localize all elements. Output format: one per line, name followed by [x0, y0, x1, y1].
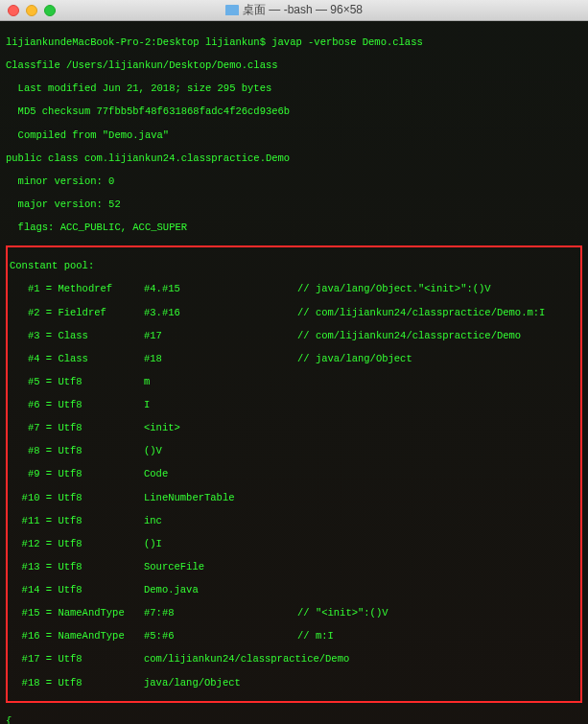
terminal-content[interactable]: lijiankundeMacBook-Pro-2:Desktop lijiank… — [0, 21, 588, 724]
pool-row: #14 = Utf8Demo.java — [10, 584, 578, 596]
pool-idx: #5 = Utf8 — [10, 376, 144, 387]
command-text: javap -verbose Demo.class — [271, 36, 423, 48]
pool-cmt: // com/lijiankun24/classpractice/Demo.m:… — [297, 307, 578, 318]
pool-row: #2 = Fieldref#3.#16// com/lijiankun24/cl… — [10, 307, 578, 318]
pool-idx: #12 = Utf8 — [10, 538, 144, 549]
prompt-line: lijiankundeMacBook-Pro-2:Desktop lijiank… — [6, 36, 582, 48]
pool-row: #9 = Utf8Code — [10, 468, 578, 479]
pool-idx: #8 = Utf8 — [10, 445, 144, 456]
pool-row: #11 = Utf8inc — [10, 515, 578, 526]
pool-cmt: // m:I — [297, 630, 578, 642]
pool-ref: Code — [144, 468, 297, 479]
pool-idx: #2 = Fieldref — [10, 307, 144, 318]
pool-title: Constant pool: — [10, 260, 578, 271]
output-line: minor version: 0 — [6, 175, 582, 187]
pool-cmt: // "<init>":()V — [297, 607, 578, 619]
window-title-wrap: 桌面 — -bash — 96×58 — [0, 2, 588, 18]
pool-idx: #14 = Utf8 — [10, 584, 144, 596]
pool-row: #7 = Utf8<init> — [10, 422, 578, 433]
pool-row: #16 = NameAndType#5:#6// m:I — [10, 630, 578, 642]
pool-row: #12 = Utf8()I — [10, 538, 578, 549]
pool-row: #18 = Utf8java/lang/Object — [10, 677, 578, 689]
pool-row: #5 = Utf8m — [10, 376, 578, 387]
pool-ref: <init> — [144, 422, 297, 433]
output-line: public class com.lijiankun24.classpracti… — [6, 152, 582, 164]
pool-ref: #5:#6 — [144, 630, 297, 642]
pool-cmt — [297, 492, 578, 503]
pool-idx: #9 = Utf8 — [10, 468, 144, 479]
pool-ref: java/lang/Object — [144, 677, 297, 689]
pool-cmt: // java/lang/Object — [297, 353, 578, 364]
pool-ref: SourceFile — [144, 561, 297, 572]
pool-ref: Demo.java — [144, 584, 297, 596]
pool-ref: #18 — [144, 353, 297, 364]
pool-idx: #7 = Utf8 — [10, 422, 144, 433]
pool-cmt — [297, 515, 578, 526]
pool-idx: #10 = Utf8 — [10, 492, 144, 503]
pool-cmt — [297, 399, 578, 410]
pool-idx: #16 = NameAndType — [10, 630, 144, 642]
pool-cmt — [297, 538, 578, 549]
pool-row: #17 = Utf8com/lijiankun24/classpractice/… — [10, 653, 578, 665]
pool-row: #3 = Class#17// com/lijiankun24/classpra… — [10, 330, 578, 341]
pool-row: #8 = Utf8()V — [10, 445, 578, 456]
output-line: Last modified Jun 21, 2018; size 295 byt… — [6, 82, 582, 94]
pool-cmt — [297, 376, 578, 387]
output-line: MD5 checksum 77fbb5bf48f631868fadc4f26cd… — [6, 105, 582, 117]
pool-ref: LineNumberTable — [144, 492, 297, 503]
pool-idx: #17 = Utf8 — [10, 653, 144, 665]
window-title: 桌面 — -bash — 96×58 — [243, 2, 363, 18]
pool-idx: #1 = Methodref — [10, 283, 144, 294]
pool-ref: I — [144, 399, 297, 410]
pool-row: #6 = Utf8I — [10, 399, 578, 410]
pool-cmt: // com/lijiankun24/classpractice/Demo — [297, 330, 578, 341]
output-line: { — [6, 715, 582, 724]
folder-icon — [225, 5, 239, 15]
pool-row: #15 = NameAndType#7:#8// "<init>":()V — [10, 607, 578, 619]
pool-ref: #4.#15 — [144, 283, 297, 294]
pool-ref: com/lijiankun24/classpractice/Demo — [144, 653, 297, 665]
output-line: Classfile /Users/lijiankun/Desktop/Demo.… — [6, 59, 582, 71]
pool-cmt — [297, 468, 578, 479]
pool-cmt — [297, 584, 578, 596]
pool-idx: #3 = Class — [10, 330, 144, 341]
pool-cmt — [297, 653, 578, 665]
pool-idx: #13 = Utf8 — [10, 561, 144, 572]
pool-idx: #4 = Class — [10, 353, 144, 364]
output-line: flags: ACC_PUBLIC, ACC_SUPER — [6, 222, 582, 233]
pool-ref: #3.#16 — [144, 307, 297, 318]
pool-ref: ()I — [144, 538, 297, 549]
pool-ref: #17 — [144, 330, 297, 341]
output-line: major version: 52 — [6, 199, 582, 210]
prompt: lijiankundeMacBook-Pro-2:Desktop lijiank… — [6, 36, 271, 48]
pool-ref: ()V — [144, 445, 297, 456]
pool-cmt — [297, 561, 578, 572]
pool-idx: #6 = Utf8 — [10, 399, 144, 410]
pool-cmt — [297, 677, 578, 689]
pool-idx: #18 = Utf8 — [10, 677, 144, 689]
pool-cmt: // java/lang/Object."<init>":()V — [297, 283, 578, 294]
titlebar: 桌面 — -bash — 96×58 — [0, 0, 588, 21]
pool-idx: #15 = NameAndType — [10, 607, 144, 619]
pool-ref: m — [144, 376, 297, 387]
pool-row: #4 = Class#18// java/lang/Object — [10, 353, 578, 364]
pool-row: #13 = Utf8SourceFile — [10, 561, 578, 572]
pool-cmt — [297, 422, 578, 433]
constant-pool-highlight: Constant pool: #1 = Methodref#4.#15// ja… — [6, 245, 582, 702]
pool-cmt — [297, 445, 578, 456]
pool-ref: inc — [144, 515, 297, 526]
pool-row: #1 = Methodref#4.#15// java/lang/Object.… — [10, 283, 578, 294]
pool-idx: #11 = Utf8 — [10, 515, 144, 526]
pool-row: #10 = Utf8LineNumberTable — [10, 492, 578, 503]
pool-ref: #7:#8 — [144, 607, 297, 619]
output-line: Compiled from "Demo.java" — [6, 129, 582, 141]
